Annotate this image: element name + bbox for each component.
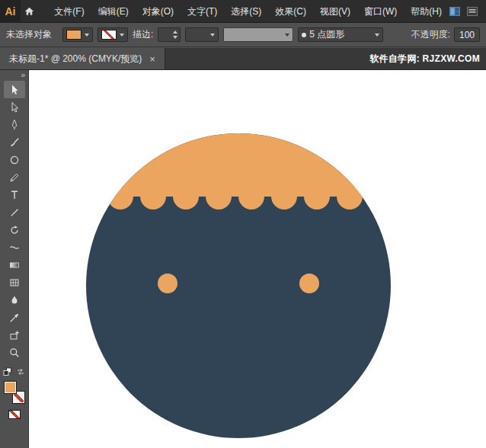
paintbrush-tool-icon[interactable]	[4, 133, 25, 151]
chevron-down-icon	[285, 34, 289, 37]
document-tab-title: 未标题-1* @ 200% (CMYK/预览)	[9, 53, 142, 66]
brush-preview-dot-icon	[302, 33, 306, 37]
stroke-weight-stepper[interactable]	[158, 27, 181, 42]
stepper-down-icon[interactable]	[173, 36, 177, 39]
chevron-down-icon	[85, 34, 89, 37]
fill-stroke-indicator	[4, 381, 25, 404]
gradient-tool-icon[interactable]	[4, 256, 25, 274]
opacity-input[interactable]: 100	[454, 27, 480, 42]
artboard-canvas[interactable]	[29, 70, 486, 448]
artwork	[29, 70, 486, 448]
menu-window[interactable]: 窗口(W)	[357, 0, 404, 23]
menu-object[interactable]: 对象(O)	[136, 0, 181, 23]
tab-close-icon[interactable]: ×	[149, 54, 155, 64]
home-icon[interactable]	[21, 0, 39, 23]
menu-list: 文件(F) 编辑(E) 对象(O) 文字(T) 选择(S) 效果(C) 视图(V…	[47, 0, 449, 23]
mesh-tool-icon[interactable]	[4, 274, 25, 291]
workspace-icon[interactable]	[449, 5, 461, 18]
pen-tool-icon[interactable]	[4, 116, 25, 133]
menu-help[interactable]: 帮助(H)	[404, 0, 449, 23]
menu-type[interactable]: 文字(T)	[181, 0, 224, 23]
swatch-mini-controls	[3, 367, 25, 376]
pencil-tool-icon[interactable]	[4, 168, 25, 186]
selection-status: 未选择对象	[6, 28, 52, 41]
chevron-down-icon	[210, 34, 215, 37]
stepper-up-icon[interactable]	[173, 30, 177, 34]
panel-collapse-icon[interactable]: »	[0, 70, 28, 81]
menu-select[interactable]: 选择(S)	[224, 0, 268, 23]
main-area: »	[0, 70, 486, 448]
document-tab[interactable]: 未标题-1* @ 200% (CMYK/预览) ×	[0, 48, 165, 69]
opacity-group: 不透明度: 100	[411, 27, 480, 42]
menubar-right-icons	[449, 5, 486, 18]
opacity-label: 不透明度:	[411, 28, 450, 41]
hair-shape[interactable]	[29, 70, 486, 210]
tools-panel: »	[0, 70, 29, 448]
width-profile-dropdown[interactable]	[223, 27, 293, 42]
menu-effect[interactable]: 效果(C)	[268, 0, 313, 23]
chevron-down-icon	[375, 34, 379, 37]
rotate-tool-icon[interactable]	[4, 221, 25, 238]
brush-definition-dropdown[interactable]: 5 点圆形	[298, 27, 383, 42]
eyedropper-tool-icon[interactable]	[4, 309, 25, 326]
menu-edit[interactable]: 编辑(E)	[91, 0, 136, 23]
none-color-button[interactable]	[8, 410, 21, 419]
type-tool-icon[interactable]	[4, 186, 25, 203]
fill-color-swatch	[66, 30, 82, 40]
width-tool-icon[interactable]	[4, 238, 25, 256]
brush-name: 5 点圆形	[309, 28, 372, 41]
fill-color-dropdown[interactable]	[62, 27, 93, 42]
shape-builder-tool-icon[interactable]	[4, 326, 25, 344]
document-tab-bar: 未标题-1* @ 200% (CMYK/预览) × 软件自学网: RJZXW.C…	[0, 48, 486, 70]
control-bar: 未选择对象 描边: 5 点圆形 不透明度: 100	[0, 23, 486, 47]
toolbar-fill-swatch[interactable]	[4, 381, 17, 394]
left-eye-circle[interactable]	[158, 274, 177, 293]
zoom-tool-icon[interactable]	[4, 344, 25, 361]
direct-selection-tool-icon[interactable]	[4, 98, 25, 116]
panel-menu-icon[interactable]	[466, 5, 478, 18]
ellipse-tool-icon[interactable]	[4, 151, 25, 168]
app-logo: Ai	[0, 0, 21, 23]
site-watermark: 软件自学网: RJZXW.COM	[369, 53, 486, 66]
chevron-down-icon	[120, 34, 124, 37]
swap-swatches-icon[interactable]	[16, 367, 25, 376]
line-segment-tool-icon[interactable]	[4, 203, 25, 221]
right-eye-circle[interactable]	[299, 274, 319, 293]
stroke-color-dropdown[interactable]	[98, 27, 128, 42]
stroke-none-swatch	[101, 30, 117, 40]
menu-file[interactable]: 文件(F)	[47, 0, 91, 23]
selection-tool-icon[interactable]	[4, 81, 25, 98]
stroke-weight-label: 描边:	[133, 28, 153, 41]
blob-brush-tool-icon[interactable]	[4, 291, 25, 309]
menu-view[interactable]: 视图(V)	[313, 0, 357, 23]
default-swatches-icon[interactable]	[3, 367, 12, 376]
menu-bar: Ai 文件(F) 编辑(E) 对象(O) 文字(T) 选择(S) 效果(C) 视…	[0, 0, 486, 23]
stroke-weight-dropdown[interactable]	[185, 27, 219, 42]
